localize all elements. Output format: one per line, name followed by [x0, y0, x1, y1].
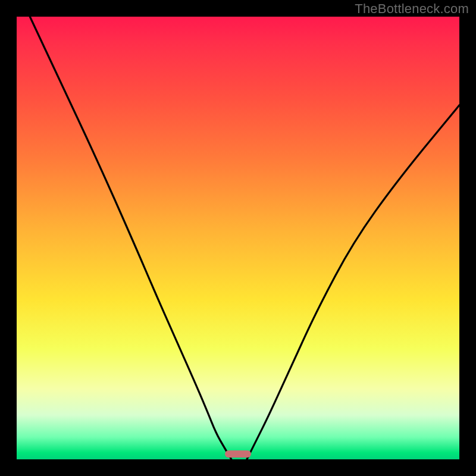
- chart-bottom-marker: [225, 450, 252, 458]
- chart-frame: [0, 0, 476, 476]
- chart-plot-area: [17, 17, 459, 459]
- chart-left-curve: [30, 17, 231, 459]
- watermark-label: TheBottleneck.com: [355, 1, 469, 17]
- chart-curves-svg: [17, 17, 459, 459]
- chart-right-curve: [247, 105, 459, 459]
